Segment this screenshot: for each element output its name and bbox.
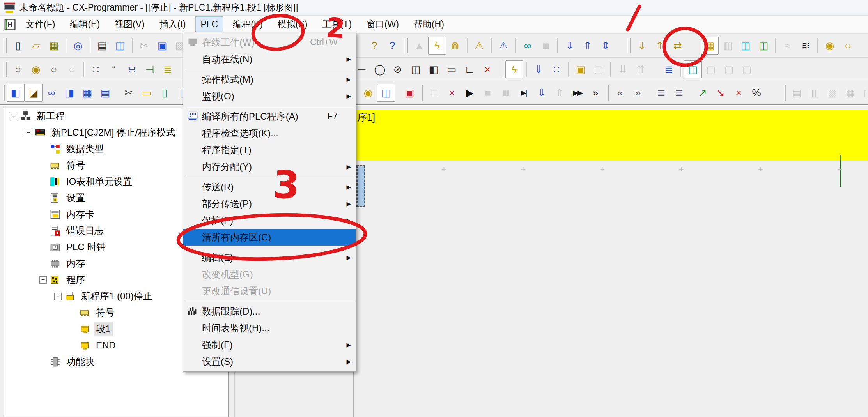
symbol-hierarchy-icon[interactable]: ≣ xyxy=(660,60,678,78)
force-on-icon[interactable]: ↗ xyxy=(694,84,712,102)
menu-item-16[interactable]: 编辑(E)▶ xyxy=(183,249,356,266)
monitor-mode-icon[interactable]: ◫ xyxy=(737,37,755,55)
ladder-symbol-icon[interactable]: ⊣ xyxy=(141,60,159,78)
menubar-item-6[interactable]: 模拟(S) xyxy=(273,16,312,33)
toolbar-grip[interactable] xyxy=(422,85,423,101)
menubar-item-5[interactable]: 编程(P) xyxy=(228,16,267,33)
stop-sim-icon[interactable]: × xyxy=(443,84,461,102)
online-edit-lock-icon[interactable]: ◉ xyxy=(359,84,377,102)
address-reference-icon[interactable]: ✂ xyxy=(120,84,138,102)
quick-download-icon[interactable]: ⇓ xyxy=(633,37,651,55)
work-online-simulator-icon[interactable]: ϟ xyxy=(428,37,446,55)
menubar-item-0[interactable]: 文件(F) xyxy=(21,16,60,33)
differential-monitor-icon[interactable]: % xyxy=(748,84,765,102)
set-password-icon[interactable]: ◉ xyxy=(821,37,839,55)
menubar-item-8[interactable]: 窗口(W) xyxy=(362,16,404,33)
quick-upload-icon[interactable]: ⇑ xyxy=(651,37,669,55)
quick-compare-icon[interactable]: ⇄ xyxy=(669,37,687,55)
zoom-large-icon[interactable]: ○ xyxy=(45,60,63,78)
grid-icon[interactable]: ∷ xyxy=(87,60,105,78)
output-window-icon[interactable]: ▤ xyxy=(96,84,114,102)
print-preview-icon[interactable]: ◫ xyxy=(111,37,129,55)
tree-expand-box[interactable]: − xyxy=(25,129,32,136)
indent-right-icon[interactable]: » xyxy=(629,84,647,102)
toolbar-grip[interactable] xyxy=(627,38,631,53)
auto-online-icon[interactable]: ⋒ xyxy=(446,37,464,55)
menu-item-12[interactable]: 部分传送(P)▶ xyxy=(183,195,356,212)
program-mode-icon[interactable]: ▦ xyxy=(701,37,719,55)
menu-item-3[interactable]: 操作模式(M)▶ xyxy=(183,71,356,88)
menu-item-11[interactable]: 传送(R)▶ xyxy=(183,178,356,195)
crossref-window-icon[interactable]: ◨ xyxy=(60,84,78,102)
closed-contact-icon[interactable]: ⊘ xyxy=(389,60,407,78)
print-icon[interactable]: ▤ xyxy=(93,37,111,55)
project-window-icon[interactable]: ◧ xyxy=(7,84,25,102)
save-icon[interactable]: ▦ xyxy=(45,37,63,55)
io-window-icon[interactable]: ▦ xyxy=(78,84,96,102)
rung-comment-header[interactable]: 序1] xyxy=(354,110,868,161)
new-document-icon[interactable]: ▯ xyxy=(9,37,27,55)
menu-item-9[interactable]: 内存分配(Y)▶ xyxy=(183,158,356,175)
find-report-icon[interactable]: ◎ xyxy=(69,37,87,55)
indent-left-icon[interactable]: « xyxy=(611,84,629,102)
open-folder-icon[interactable]: ▱ xyxy=(27,37,45,55)
run-to-end-icon[interactable]: » xyxy=(586,84,604,102)
zoom-check-icon[interactable]: ◉ xyxy=(27,60,45,78)
rung-comment-icon[interactable]: “ xyxy=(105,60,123,78)
zoom-small-icon[interactable]: ○ xyxy=(9,60,27,78)
closed-coil-icon[interactable]: ◧ xyxy=(425,60,443,78)
build-window-icon[interactable]: ◪ xyxy=(25,84,43,102)
play-icon[interactable]: ▶ xyxy=(461,84,479,102)
force-cancel-icon[interactable]: × xyxy=(730,84,748,102)
transfer-from-plc-icon[interactable]: ⇑ xyxy=(579,37,597,55)
menu-item-13[interactable]: 保护(P)▶ xyxy=(183,212,356,229)
vertical-line-icon[interactable]: ∟ xyxy=(461,60,478,78)
tree-expand-box[interactable]: − xyxy=(39,276,47,284)
help-icon[interactable]: ? xyxy=(365,37,383,55)
local-window-icon[interactable]: ▯ xyxy=(156,84,174,102)
menubar-item-plc[interactable]: PLC xyxy=(196,17,223,32)
rung-yellow-icon[interactable]: ≣ xyxy=(159,60,177,78)
open-contact-icon[interactable]: ◯ xyxy=(371,60,389,78)
menubar-item-1[interactable]: 编辑(E) xyxy=(65,16,105,33)
instruction-icon[interactable]: ▭ xyxy=(443,60,461,78)
monitor-warning-icon[interactable]: ⚠ xyxy=(494,37,512,55)
data-trace-icon[interactable]: ≋ xyxy=(797,37,815,55)
window-monitor-icon[interactable]: ϟ xyxy=(505,60,523,78)
menubar-item-2[interactable]: 视图(V) xyxy=(110,16,149,33)
run-mode-icon[interactable]: ◫ xyxy=(755,37,772,55)
work-online-warning-icon[interactable]: ⚠ xyxy=(470,37,488,55)
menu-item-22[interactable]: 强制(F)▶ xyxy=(183,336,356,353)
toolbar-grip[interactable] xyxy=(3,38,7,53)
force-off-icon[interactable]: ↘ xyxy=(712,84,730,102)
menu-item-23[interactable]: 设置(S)▶ xyxy=(183,353,356,370)
menu-item-6[interactable]: 编译所有的PLC程序(A)F7 xyxy=(183,108,356,125)
transfer-to-plc-icon[interactable]: ⇓ xyxy=(561,37,579,55)
watch-window-icon[interactable]: ∞ xyxy=(43,84,60,102)
menu-item-8[interactable]: 程序指定(T) xyxy=(183,141,356,158)
app-icon[interactable] xyxy=(3,2,16,14)
menubar-item-9[interactable]: 帮助(H) xyxy=(409,16,449,33)
rung-wrap-icon[interactable]: ≣ xyxy=(670,84,688,102)
toolbar-grip[interactable] xyxy=(608,85,609,101)
symbol-table-icon[interactable]: ▭ xyxy=(138,84,156,102)
menu-item-21[interactable]: 时间表监视(H)... xyxy=(183,320,356,336)
fast-forward-icon[interactable]: ▶▶ xyxy=(569,84,586,102)
online-transfer-icon[interactable]: ⇓ xyxy=(530,60,547,78)
simulator-icon[interactable]: ◫ xyxy=(377,84,395,102)
menu-item-14[interactable]: 清所有内存区(C) xyxy=(183,229,356,246)
menu-item-20[interactable]: 数据跟踪(D)... xyxy=(183,303,356,320)
menubar-item-7[interactable]: 工具(T) xyxy=(318,16,356,33)
annotation-icon[interactable]: ∺ xyxy=(123,60,141,78)
tree-expand-box[interactable]: − xyxy=(54,293,62,300)
ladder-window-icon[interactable] xyxy=(4,19,16,30)
simulator-window-icon[interactable]: ▣ xyxy=(400,84,418,102)
open-coil-icon[interactable]: ◫ xyxy=(407,60,425,78)
step-in-icon[interactable]: ⇓ xyxy=(533,84,551,102)
step-next-icon[interactable]: ▶| xyxy=(515,84,533,102)
toolbar-grip[interactable] xyxy=(3,85,5,101)
rung-list-icon[interactable]: ≣ xyxy=(652,84,670,102)
delete-vertical-icon[interactable]: × xyxy=(478,60,496,78)
tree-expand-box[interactable]: − xyxy=(10,113,17,120)
menu-item-1[interactable]: 自动在线(N)▶ xyxy=(183,51,356,67)
